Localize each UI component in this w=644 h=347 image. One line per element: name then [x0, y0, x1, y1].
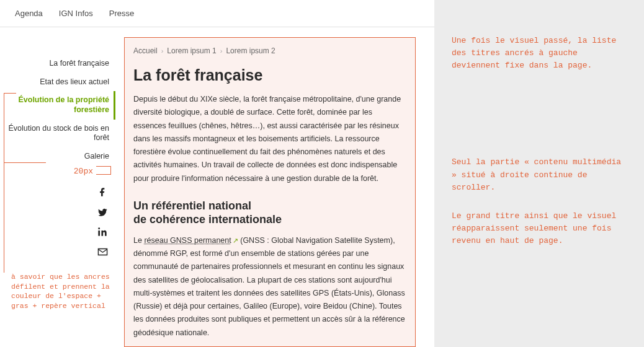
twitter-icon[interactable]: [97, 206, 108, 217]
article-paragraph: Depuis le début du XIXe siècle, la forêt…: [133, 93, 415, 185]
external-link[interactable]: réseau GNSS permanent: [144, 236, 231, 245]
svg-point-12: [98, 228, 100, 230]
linkedin-icon[interactable]: [97, 226, 108, 237]
annotation-text: Une fois le visuel passé, la liste des t…: [452, 35, 627, 72]
text: (GNSS : Global Navigation Satellite Syst…: [133, 236, 405, 337]
anchor-item[interactable]: Etat des lieux actuel: [4, 73, 115, 92]
topnav-item-presse[interactable]: Presse: [109, 9, 134, 18]
anchor-item[interactable]: La forêt française: [4, 55, 115, 73]
chevron-right-icon: ›: [220, 47, 223, 55]
main-area: La forêt française Etat des lieux actuel…: [0, 27, 434, 347]
breadcrumb-item[interactable]: Accueil: [133, 46, 158, 55]
svg-rect-11: [98, 231, 100, 236]
chevron-right-icon: ›: [161, 47, 164, 55]
facebook-icon[interactable]: [97, 187, 108, 198]
annotation-text: Le grand titre ainsi que le visuel réapp…: [452, 210, 627, 247]
topnav-item-agenda[interactable]: Agenda: [15, 9, 43, 18]
anchor-item-active[interactable]: Évolution de la propriété forestière: [4, 91, 115, 119]
mail-icon[interactable]: [97, 246, 108, 257]
external-link-icon: ↗: [233, 237, 238, 244]
breadcrumb: Accueil › Lorem ipsum 1 › Lorem ipsum 2: [133, 46, 415, 55]
breadcrumb-item[interactable]: Lorem ipsum 1: [167, 46, 216, 55]
breadcrumb-item[interactable]: Lorem ipsum 2: [226, 46, 275, 55]
article-paragraph: Le réseau GNSS permanent↗ (GNSS : Global…: [133, 234, 415, 340]
annotation-bottom-left: à savoir que les ancres défilent et pren…: [11, 272, 118, 310]
content-frame: Accueil › Lorem ipsum 1 › Lorem ipsum 2 …: [124, 37, 416, 347]
anchor-list: La forêt française Etat des lieux actuel…: [4, 55, 115, 257]
topnav-item-ign-infos[interactable]: IGN Infos: [59, 9, 93, 18]
anchor-item[interactable]: Évolution du stock de bois en forêt: [4, 120, 115, 147]
share-icons: [4, 187, 115, 257]
article-h2: Un référentiel national de cohérence int…: [133, 199, 415, 227]
text: Le: [133, 236, 144, 245]
spacing-label: 20px: [74, 167, 93, 176]
article-h1: La forêt française: [133, 66, 415, 84]
annotation-panel: Une fois le visuel passé, la liste des t…: [434, 0, 644, 347]
annotation-text: Seul la partie « contenu multimédia » si…: [452, 156, 627, 193]
spacing-annotation: 20px: [4, 168, 115, 179]
article: La forêt française Depuis le début du XI…: [133, 66, 415, 347]
anchor-item[interactable]: Galerie: [4, 147, 115, 166]
